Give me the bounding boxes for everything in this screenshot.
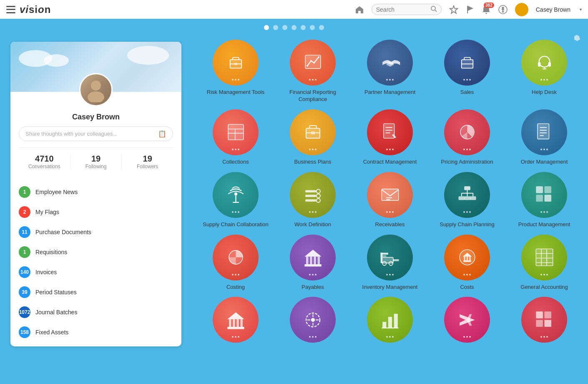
nav-item-purchase-documents[interactable]: 11 Purchase Documents xyxy=(10,222,181,242)
app-item-app-21[interactable] xyxy=(200,297,271,346)
app-item-receivables[interactable]: Receivables xyxy=(354,172,425,228)
nav-item-journal-batches[interactable]: 1072 Journal Batches xyxy=(10,302,181,322)
app-item-app-24[interactable] xyxy=(432,297,503,346)
svg-point-51 xyxy=(316,194,320,198)
app-circle-pricing-administration xyxy=(444,109,490,155)
app-label-partner-management: Partner Management xyxy=(364,89,415,96)
app-item-app-23[interactable] xyxy=(354,297,425,346)
app-item-app-25[interactable] xyxy=(509,297,580,346)
app-item-payables[interactable]: Payables xyxy=(277,235,348,291)
svg-rect-26 xyxy=(548,62,550,66)
nav-item-label: Requisitions xyxy=(35,249,67,255)
nav-badge-count: 140 xyxy=(20,269,29,275)
page-dot-3[interactable] xyxy=(282,25,287,30)
accessibility-button[interactable] xyxy=(498,5,508,14)
app-label-receivables: Receivables xyxy=(375,221,405,228)
app-item-business-plans[interactable]: Business Plans xyxy=(277,109,348,166)
app-circle-contract-management xyxy=(367,109,413,155)
following-count: 19 xyxy=(70,154,122,164)
svg-rect-64 xyxy=(470,196,476,200)
nav-item-label: Purchase Documents xyxy=(35,229,91,235)
svg-rect-53 xyxy=(382,189,398,201)
svg-point-19 xyxy=(310,60,312,62)
app-circle-receivables xyxy=(367,172,413,218)
app-item-pricing-administration[interactable]: Pricing Administration xyxy=(432,109,503,166)
svg-rect-73 xyxy=(314,257,316,264)
user-name-button[interactable]: Casey Brown xyxy=(536,6,570,13)
notifications-button[interactable]: 382 xyxy=(482,5,491,14)
page-dot-1[interactable] xyxy=(264,25,269,30)
app-item-app-22[interactable] xyxy=(277,297,348,346)
home-button[interactable] xyxy=(355,5,364,14)
nav-item-my-flags[interactable]: 2 My Flags xyxy=(10,202,181,222)
svg-rect-63 xyxy=(464,196,470,200)
app-item-supply-chain-collaboration[interactable]: Supply Chain Collaboration xyxy=(200,172,271,228)
svg-rect-95 xyxy=(227,327,244,329)
app-item-work-definition[interactable]: Work Definition xyxy=(277,172,348,228)
user-dropdown-arrow[interactable]: ▾ xyxy=(580,7,582,12)
app-item-general-accounting[interactable]: General Accounting xyxy=(509,235,580,291)
app-item-product-management[interactable]: Product Management xyxy=(509,172,580,228)
profile-thoughts-input[interactable]: Share thoughts with your colleagues... 📋 xyxy=(19,126,173,141)
profile-avatar-wrap xyxy=(79,73,113,106)
app-item-costs[interactable]: Costs xyxy=(432,235,503,291)
header-nav: 382 Casey Brown ▾ xyxy=(355,3,582,16)
app-circle-app-22 xyxy=(290,297,336,343)
nav-item-label: My Flags xyxy=(35,209,59,215)
following-label: Following xyxy=(70,164,122,169)
thoughts-placeholder: Share thoughts with your colleagues... xyxy=(25,131,117,137)
svg-point-5 xyxy=(485,13,487,13)
app-item-collections[interactable]: Collections xyxy=(200,109,271,166)
nav-badge-count: 2 xyxy=(23,209,26,215)
svg-rect-108 xyxy=(544,311,551,318)
conversations-label: Conversations xyxy=(19,164,70,169)
app-item-contract-management[interactable]: Contract Management xyxy=(354,109,425,166)
profile-card: Casey Brown Share thoughts with your col… xyxy=(10,42,181,346)
search-input[interactable] xyxy=(376,6,430,13)
app-item-order-management[interactable]: Order Management xyxy=(509,109,580,166)
app-circle-sales xyxy=(444,40,490,86)
menu-icon[interactable] xyxy=(6,6,15,13)
app-item-financial-reporting[interactable]: Financial Reporting Compliance xyxy=(277,40,348,103)
settings-gear-button[interactable] xyxy=(571,33,580,45)
app-item-supply-chain-planning[interactable]: Supply Chain Planning xyxy=(432,172,503,228)
search-box xyxy=(372,4,442,15)
svg-rect-87 xyxy=(469,257,471,260)
flag-button[interactable] xyxy=(466,5,474,14)
nav-item-invoices[interactable]: 140 Invoices xyxy=(10,262,181,282)
nav-item-fixed-assets[interactable]: 158 Fixed Assets xyxy=(10,322,181,342)
page-dot-5[interactable] xyxy=(301,25,306,30)
svg-rect-99 xyxy=(240,319,243,327)
svg-marker-100 xyxy=(227,312,244,319)
app-item-partner-management[interactable]: Partner Management xyxy=(354,40,425,103)
app-item-inventory-management[interactable]: Inventory Management xyxy=(354,235,425,291)
app-item-help-desk[interactable]: Help Desk xyxy=(509,40,580,103)
svg-rect-84 xyxy=(463,260,471,262)
page-dot-7[interactable] xyxy=(319,25,324,30)
svg-rect-78 xyxy=(380,253,388,255)
page-dot-6[interactable] xyxy=(310,25,315,30)
app-label-inventory-management: Inventory Management xyxy=(362,284,418,291)
page-dot-2[interactable] xyxy=(273,25,278,30)
app-label-risk-management: Risk Management Tools xyxy=(207,89,265,96)
svg-point-52 xyxy=(316,199,320,202)
nav-item-period-statuses[interactable]: 39 Period Statuses xyxy=(10,282,181,302)
app-item-costing[interactable]: Costing xyxy=(200,235,271,291)
svg-rect-39 xyxy=(538,124,549,139)
nav-badge-count: 1 xyxy=(23,249,26,255)
svg-marker-4 xyxy=(468,6,473,11)
followers-count: 19 xyxy=(122,154,173,164)
page-dot-4[interactable] xyxy=(291,25,297,30)
app-item-sales[interactable]: Sales xyxy=(432,40,503,103)
svg-rect-105 xyxy=(394,314,397,328)
favorites-button[interactable] xyxy=(449,5,458,14)
app-label-work-definition: Work Definition xyxy=(294,221,331,228)
nav-item-requisitions[interactable]: 1 Requisitions xyxy=(10,242,181,262)
app-circle-app-23 xyxy=(367,297,413,343)
svg-rect-48 xyxy=(305,195,316,197)
user-avatar xyxy=(515,3,528,16)
svg-rect-68 xyxy=(544,195,551,202)
nav-item-label: Invoices xyxy=(35,269,57,275)
nav-item-employee-news[interactable]: 1 Employee News xyxy=(10,182,181,202)
app-item-risk-management[interactable]: Risk Management Tools xyxy=(200,40,271,103)
